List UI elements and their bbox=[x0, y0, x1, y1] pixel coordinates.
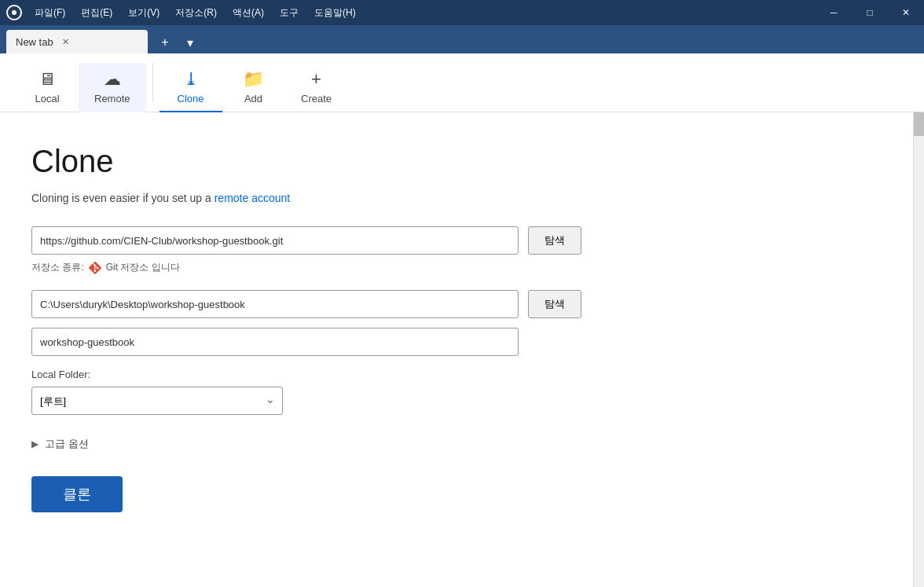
page-title: Clone bbox=[31, 144, 882, 179]
tab-dropdown-button[interactable]: ▾ bbox=[179, 31, 201, 53]
git-logo-icon bbox=[89, 262, 101, 274]
add-icon: 📁 bbox=[243, 69, 264, 90]
new-tab-button[interactable]: + bbox=[154, 31, 176, 53]
advanced-options-label: 고급 옵션 bbox=[45, 437, 89, 451]
browse-url-button[interactable]: 탐색 bbox=[528, 226, 581, 255]
tab-label: New tab bbox=[16, 36, 53, 48]
menu-tools[interactable]: 도구 bbox=[273, 3, 305, 23]
subnav-create[interactable]: + Create bbox=[285, 63, 348, 112]
menu-edit[interactable]: 편집(E) bbox=[75, 3, 119, 23]
url-input-row: 탐색 bbox=[31, 226, 882, 255]
tab-bar: New tab ✕ + ▾ bbox=[0, 25, 924, 53]
maximize-button[interactable]: □ bbox=[852, 0, 888, 25]
sub-nav: 🖥 Local ☁ Remote ⤓ Clone 📁 Add + Create bbox=[0, 53, 924, 112]
app-logo-icon bbox=[6, 5, 22, 20]
subnav-create-label: Create bbox=[301, 93, 332, 105]
subnav-clone[interactable]: ⤓ Clone bbox=[160, 63, 222, 112]
clone-subtitle: Cloning is even easier if you set up a r… bbox=[31, 192, 882, 204]
remote-account-link[interactable]: remote account bbox=[214, 192, 291, 204]
subtitle-text: Cloning is even easier if you set up a bbox=[31, 192, 211, 204]
clone-button[interactable]: 클론 bbox=[31, 476, 123, 512]
scrollbar-track[interactable] bbox=[913, 112, 924, 587]
title-bar-left: 파일(F) 편집(E) 보기(V) 저장소(R) 액션(A) 도구 도움말(H) bbox=[6, 3, 362, 23]
repo-type-label: 저장소 종류: bbox=[31, 261, 84, 274]
repo-type-value: Git 저장소 입니다 bbox=[106, 261, 180, 274]
subnav-add-label: Add bbox=[244, 93, 262, 105]
subnav-remote-label: Remote bbox=[94, 93, 130, 105]
main-content: Clone Cloning is even easier if you set … bbox=[0, 112, 924, 587]
menu-bar: 파일(F) 편집(E) 보기(V) 저장소(R) 액션(A) 도구 도움말(H) bbox=[28, 3, 362, 23]
browse-path-button[interactable]: 탐색 bbox=[528, 290, 581, 318]
title-bar: 파일(F) 편집(E) 보기(V) 저장소(R) 액션(A) 도구 도움말(H)… bbox=[0, 0, 924, 25]
clone-icon: ⤓ bbox=[184, 69, 198, 90]
subnav-local[interactable]: 🖥 Local bbox=[16, 63, 79, 112]
menu-file[interactable]: 파일(F) bbox=[28, 3, 72, 23]
clone-content: Clone Cloning is even easier if you set … bbox=[0, 112, 913, 587]
window-controls: ─ □ ✕ bbox=[816, 0, 924, 25]
menu-action[interactable]: 액션(A) bbox=[226, 3, 270, 23]
create-icon: + bbox=[311, 69, 321, 90]
close-button[interactable]: ✕ bbox=[888, 0, 924, 25]
menu-repo[interactable]: 저장소(R) bbox=[169, 3, 223, 23]
path-input-row: 탐색 bbox=[31, 290, 882, 318]
tab-close-button[interactable]: ✕ bbox=[60, 35, 72, 48]
minimize-button[interactable]: ─ bbox=[816, 0, 852, 25]
remote-icon: ☁ bbox=[104, 69, 121, 90]
local-folder-wrapper[interactable]: [루트] bbox=[31, 387, 283, 415]
subnav-local-label: Local bbox=[35, 93, 59, 105]
menu-view[interactable]: 보기(V) bbox=[122, 3, 166, 23]
chevron-right-icon: ▶ bbox=[31, 438, 38, 449]
menu-help[interactable]: 도움말(H) bbox=[308, 3, 362, 23]
repo-type-info: 저장소 종류: Git 저장소 입니다 bbox=[31, 261, 882, 274]
scrollbar-thumb[interactable] bbox=[914, 112, 924, 136]
local-icon: 🖥 bbox=[38, 69, 56, 90]
svg-point-1 bbox=[12, 10, 16, 15]
repo-name-input[interactable] bbox=[31, 328, 519, 356]
local-folder-label: Local Folder: bbox=[31, 369, 882, 380]
tab-actions: + ▾ bbox=[154, 31, 201, 53]
advanced-options-toggle[interactable]: ▶ 고급 옵션 bbox=[31, 437, 882, 451]
subnav-clone-label: Clone bbox=[178, 93, 204, 105]
path-input[interactable] bbox=[31, 290, 519, 318]
url-input[interactable] bbox=[31, 226, 519, 255]
nav-divider bbox=[152, 63, 153, 102]
name-input-row bbox=[31, 328, 882, 356]
subnav-remote[interactable]: ☁ Remote bbox=[79, 63, 146, 112]
local-folder-select[interactable]: [루트] bbox=[31, 387, 283, 415]
subnav-add[interactable]: 📁 Add bbox=[222, 63, 285, 112]
tab-new[interactable]: New tab ✕ bbox=[6, 30, 148, 53]
